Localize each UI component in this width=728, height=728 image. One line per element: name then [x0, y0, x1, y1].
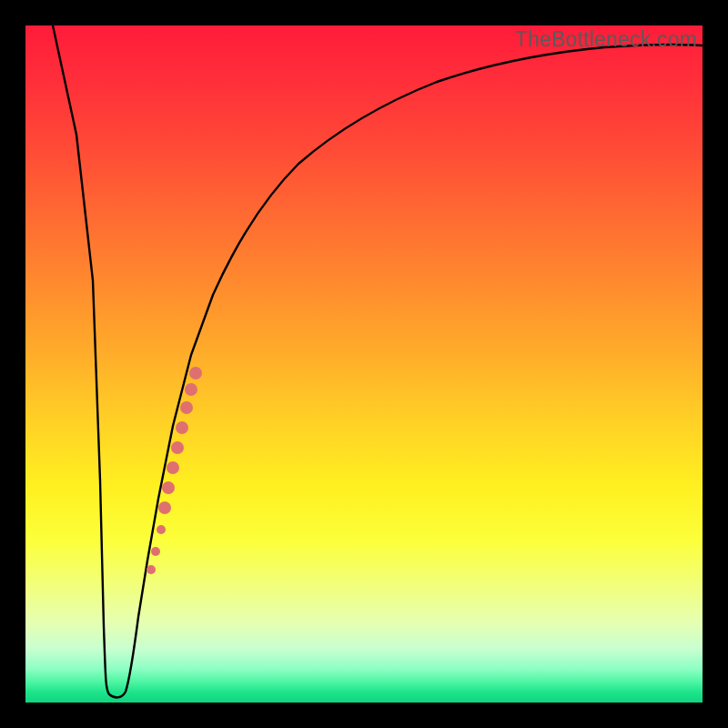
- marker-dot: [157, 525, 166, 534]
- curve-layer: [25, 25, 703, 703]
- marker-dot: [185, 383, 197, 396]
- chart-frame: TheBottleneck.com: [0, 0, 728, 728]
- marker-dot: [147, 565, 156, 574]
- marker-dot: [167, 461, 179, 474]
- marker-dot: [158, 501, 171, 514]
- marker-dot: [151, 547, 160, 556]
- watermark-text: TheBottleneck.com: [515, 27, 697, 52]
- marker-dot: [180, 401, 193, 414]
- bottleneck-curve: [53, 25, 703, 697]
- plot-area: TheBottleneck.com: [25, 25, 703, 703]
- marker-dot: [189, 367, 202, 379]
- highlight-markers: [147, 367, 202, 574]
- marker-dot: [162, 481, 175, 494]
- marker-dot: [171, 441, 184, 454]
- marker-dot: [176, 421, 188, 434]
